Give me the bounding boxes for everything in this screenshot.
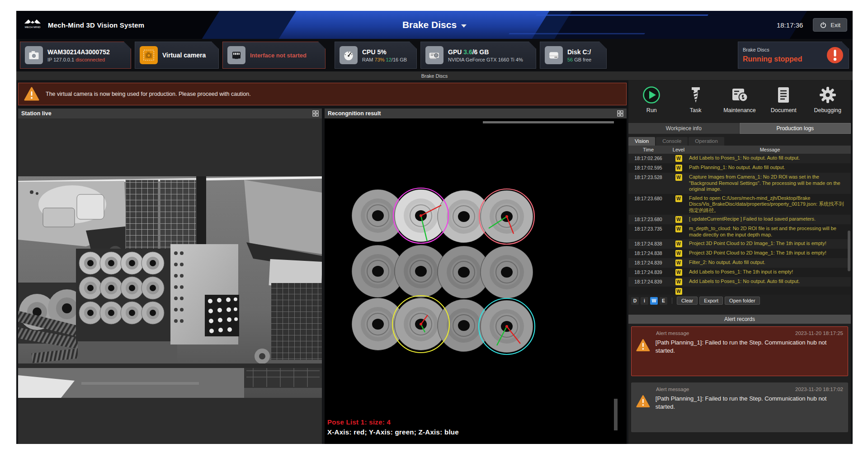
station-live-view[interactable] [18, 118, 322, 444]
filter-info-button[interactable]: i [641, 297, 648, 305]
alert-triangle-icon [636, 395, 650, 408]
log-row[interactable]: 18:17:23.735 W m_depth_to_cloud: No 2D R… [628, 224, 851, 239]
project-run-status[interactable]: Brake Discs Running stopped [738, 42, 849, 69]
alert-timestamp: 2023-11-20 18:17:02 [795, 387, 843, 392]
log-row[interactable]: 18:17:23.528 W Capture Images from Camer… [628, 173, 851, 194]
warning-level-badge: W [675, 216, 682, 223]
log-rows[interactable]: 18:17:02.266 W Add Labels to Poses_1: No… [628, 154, 851, 295]
log-level: W [668, 278, 689, 285]
right-panel: Run Task [628, 80, 851, 444]
log-subtabs: Vision Console Operation [628, 136, 851, 146]
document-button[interactable]: Document [763, 85, 804, 113]
virtual-camera-label: Virtual camera [162, 52, 206, 59]
tab-production-logs[interactable]: Production logs [740, 123, 851, 134]
toolbar: Run Task [628, 84, 851, 122]
task-button[interactable]: Task [675, 85, 717, 113]
layout-grid-icon[interactable] [312, 110, 319, 117]
maintenance-button[interactable]: Maintenance [719, 85, 760, 113]
interface-status-card[interactable]: Interface not started [222, 42, 326, 69]
camera-status-card[interactable]: WAM30214A3000752 IP 127.0.0.1 disconnect… [20, 42, 131, 69]
log-time: 18:17:02.595 [628, 165, 668, 170]
subtab-vision[interactable]: Vision [628, 137, 655, 146]
log-row[interactable]: 18:17:24.839 W Add Labels to Poses_1: Th… [628, 268, 851, 277]
col-level: Level [668, 147, 689, 152]
tab-workpiece-info[interactable]: Workpiece info [628, 123, 740, 134]
log-scrollbar[interactable] [848, 231, 850, 271]
ram-usage: RAM 73% 12/16 GB [362, 57, 407, 62]
log-row[interactable]: 18:17:24.839 W Add Labels to Poses_1: No… [628, 277, 851, 287]
log-controls: D i W E Clear Export Open folder [628, 295, 851, 307]
layout-grid-icon[interactable] [617, 110, 623, 117]
project-tab-label: Brake Discs [421, 73, 448, 79]
camera-status: disconnected [75, 57, 105, 62]
log-row[interactable]: 18:17:23.680 W Failed to open C:/Users/m… [628, 194, 851, 215]
filter-error-button[interactable]: E [660, 297, 667, 305]
log-row[interactable]: 18:17:02.266 W Add Labels to Poses_1: No… [628, 154, 851, 163]
log-time [628, 288, 668, 288]
log-level: W [668, 226, 689, 232]
project-tab-bar[interactable]: Brake Discs [16, 71, 853, 80]
warning-level-badge: W [675, 278, 682, 285]
log-level: W [668, 250, 689, 257]
warning-text: The virtual camera is now being used for… [46, 91, 251, 97]
log-row[interactable]: 18:17:23.680 W [ updateCurrentRecipe ] F… [628, 215, 851, 224]
cpu-card[interactable]: CPU 5% RAM 73% 12/16 GB [335, 42, 417, 69]
log-level: W [668, 195, 689, 202]
log-row[interactable]: 18:17:24.839 W Filter_2: No output. Auto… [628, 258, 851, 268]
log-time: 18:17:23.735 [628, 226, 668, 231]
top-bar: MECH MIND Mech-Mind 3D Vision System Bra… [16, 11, 853, 39]
log-level: W [668, 288, 689, 295]
warning-level-badge: W [675, 165, 682, 171]
log-row[interactable]: W [628, 287, 851, 295]
alert-record-card[interactable]: Alert message 2023-11-20 18:17:25 [Path … [631, 326, 848, 376]
project-dropdown-caret-icon[interactable] [461, 24, 467, 28]
warning-level-badge: W [675, 241, 682, 247]
clock: 18:17:36 [777, 21, 803, 29]
axis-legend: X-Axis: red; Y-Axis: green; Z-Axis: blue [327, 428, 459, 436]
log-time: 18:17:23.680 [628, 195, 668, 201]
gpu-icon [425, 46, 443, 64]
warning-level-badge: W [675, 195, 682, 202]
clear-button[interactable]: Clear [677, 297, 698, 305]
recognition-result-panel: Recongnition result Pose List 1: [325, 109, 627, 444]
filter-debug-button[interactable]: D [631, 297, 639, 305]
virtual-camera-card[interactable]: Virtual camera [135, 42, 219, 69]
log-message: [ updateCurrentRecipe ] Failed to load s… [689, 216, 851, 222]
alert-timestamp: 2023-11-20 18:17:25 [795, 330, 843, 336]
gpu-card[interactable]: GPU 3.6/6 GB NVIDIA GeForce GTX 1660 Ti … [420, 42, 536, 69]
log-time: 18:17:23.680 [628, 216, 668, 222]
recognition-view[interactable]: Pose List 1: size: 4 X-Axis: red; Y-Axis… [325, 118, 627, 444]
interface-status: Interface not started [250, 52, 307, 59]
alert-record-card[interactable]: Alert message 2023-11-20 18:17:02 [Path … [631, 382, 848, 432]
alert-message-label: Alert message [656, 387, 689, 392]
run-button[interactable]: Run [631, 85, 672, 113]
log-row[interactable]: 18:17:02.595 W Path Planning_1: No outpu… [628, 163, 851, 173]
log-row[interactable]: 18:17:24.838 W Project 3D Point Cloud to… [628, 249, 851, 258]
run-icon [642, 85, 661, 104]
open-folder-button[interactable]: Open folder [725, 297, 760, 305]
log-message: Add Labels to Poses_1: No output. Auto f… [689, 155, 851, 161]
log-message: Project 3D Point Cloud to 2D Image_1: Th… [689, 250, 851, 256]
filter-warning-button[interactable]: W [650, 297, 658, 305]
alert-records-header: Alert records [628, 315, 851, 324]
export-button[interactable]: Export [699, 297, 723, 305]
alert-message-text: [Path Planning_1]: Failed to run the Ste… [656, 339, 843, 355]
disk-free: 56 GB free [567, 57, 591, 62]
warning-banner: The virtual camera is now being used for… [18, 83, 627, 105]
production-logs: Vision Console Operation Time Level Mess… [628, 136, 851, 307]
debugging-button[interactable]: Debugging [807, 85, 849, 113]
log-message: Project 3D Point Cloud to 2D Image_1: Th… [689, 241, 851, 247]
camera-ip: IP 127.0.0.1 disconnected [47, 57, 110, 62]
subtab-console[interactable]: Console [656, 137, 688, 146]
cpu-gauge-icon [340, 46, 358, 64]
main-content: The virtual camera is now being used for… [16, 80, 853, 444]
log-time: 18:17:02.266 [628, 155, 668, 161]
log-row[interactable]: 18:17:24.838 W Project 3D Point Cloud to… [628, 239, 851, 249]
exit-button[interactable]: Exit [813, 18, 847, 32]
subtab-operation[interactable]: Operation [689, 137, 724, 146]
disk-card[interactable]: Disk C:/ 56 GB free [540, 42, 607, 69]
station-live-panel: Station live [18, 109, 322, 444]
running-status: Running stopped [743, 55, 802, 63]
log-message: Add Labels to Poses_1: The 1th input is … [689, 269, 851, 275]
warning-level-badge: W [675, 226, 682, 232]
